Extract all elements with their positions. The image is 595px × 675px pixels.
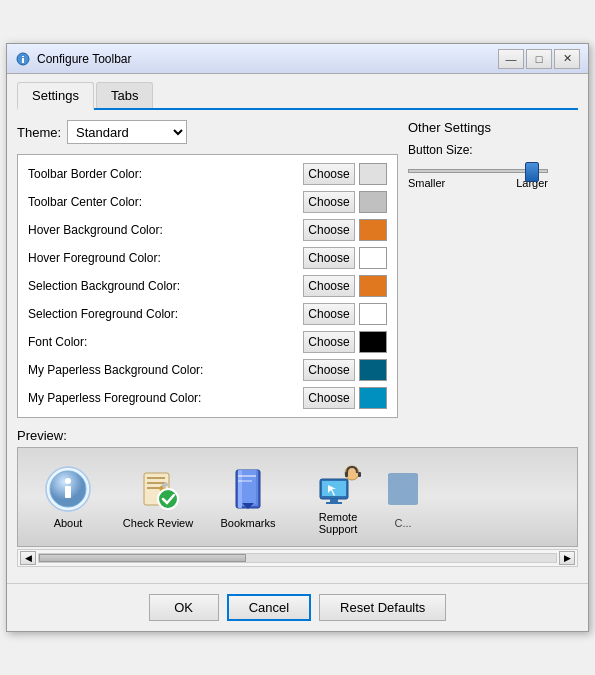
paperless-bg-choose-button[interactable]: Choose	[303, 359, 355, 381]
maximize-button[interactable]: □	[526, 49, 552, 69]
reset-defaults-button[interactable]: Reset Defaults	[319, 594, 446, 621]
remotesupport-label: Remote Support	[298, 511, 378, 535]
svg-rect-9	[147, 482, 165, 484]
window-icon	[15, 51, 31, 67]
remotesupport-icon	[314, 459, 362, 507]
preview-item-checkreview: Check Review	[118, 465, 198, 529]
hover-fg-choose-button[interactable]: Choose	[303, 247, 355, 269]
toolbar-center-choose-button[interactable]: Choose	[303, 191, 355, 213]
sel-fg-choose-button[interactable]: Choose	[303, 303, 355, 325]
toolbar-border-label: Toolbar Border Color:	[28, 167, 303, 181]
scroll-right-button[interactable]: ▶	[559, 551, 575, 565]
sel-bg-label: Selection Background Color:	[28, 279, 303, 293]
main-area: Theme: Standard Classic Modern Toolbar B…	[17, 120, 578, 418]
other-icon	[388, 465, 418, 513]
hover-fg-swatch[interactable]	[359, 247, 387, 269]
checkreview-label: Check Review	[123, 517, 193, 529]
preview-label: Preview:	[17, 428, 578, 443]
title-bar: Configure Toolbar — □ ✕	[7, 44, 588, 74]
svg-rect-2	[22, 58, 24, 63]
color-row-toolbar-center: Toolbar Center Color: Choose	[28, 191, 387, 213]
sel-bg-swatch[interactable]	[359, 275, 387, 297]
svg-rect-6	[65, 486, 71, 498]
svg-rect-20	[238, 480, 252, 482]
toolbar-center-label: Toolbar Center Color:	[28, 195, 303, 209]
slider-thumb[interactable]	[525, 162, 539, 182]
hover-fg-label: Hover Foreground Color:	[28, 251, 303, 265]
tab-tabs[interactable]: Tabs	[96, 82, 153, 108]
other-label: C...	[394, 517, 411, 529]
about-label: About	[54, 517, 83, 529]
checkreview-icon	[134, 465, 182, 513]
svg-rect-19	[238, 475, 256, 477]
sel-bg-choose-button[interactable]: Choose	[303, 275, 355, 297]
minimize-button[interactable]: —	[498, 49, 524, 69]
close-button[interactable]: ✕	[554, 49, 580, 69]
color-row-paperless-bg: My Paperless Background Color: Choose	[28, 359, 387, 381]
slider-track[interactable]	[408, 169, 548, 173]
title-bar-controls: — □ ✕	[498, 49, 580, 69]
preview-item-remotesupport: Remote Support	[298, 459, 378, 535]
toolbar-border-choose-button[interactable]: Choose	[303, 163, 355, 185]
font-color-swatch[interactable]	[359, 331, 387, 353]
preview-item-about: About	[28, 465, 108, 529]
tab-bar: Settings Tabs	[17, 82, 578, 110]
paperless-fg-swatch[interactable]	[359, 387, 387, 409]
svg-point-14	[158, 489, 178, 509]
scroll-thumb[interactable]	[39, 554, 246, 562]
color-row-paperless-fg: My Paperless Foreground Color: Choose	[28, 387, 387, 409]
ok-button[interactable]: OK	[149, 594, 219, 621]
svg-rect-28	[358, 472, 361, 477]
svg-rect-27	[345, 472, 348, 477]
preview-section: Preview:	[17, 428, 578, 567]
preview-item-bookmarks: Bookmarks	[208, 465, 288, 529]
color-row-hover-fg: Hover Foreground Color: Choose	[28, 247, 387, 269]
about-icon	[44, 465, 92, 513]
color-row-hover-bg: Hover Background Color: Choose	[28, 219, 387, 241]
color-settings-panel: Toolbar Border Color: Choose Toolbar Cen…	[17, 154, 398, 418]
dialog-content: Settings Tabs Theme: Standard Classic Mo…	[7, 74, 588, 575]
button-size-label: Button Size:	[408, 143, 578, 157]
hover-bg-label: Hover Background Color:	[28, 223, 303, 237]
preview-box: About	[17, 447, 578, 547]
cancel-button[interactable]: Cancel	[227, 594, 311, 621]
scroll-area: ◀ ▶	[17, 549, 578, 567]
svg-rect-10	[147, 487, 159, 489]
configure-toolbar-window: Configure Toolbar — □ ✕ Settings Tabs Th…	[6, 43, 589, 632]
bookmarks-label: Bookmarks	[220, 517, 275, 529]
tab-settings[interactable]: Settings	[17, 82, 94, 110]
svg-rect-1	[22, 56, 24, 57]
paperless-fg-label: My Paperless Foreground Color:	[28, 391, 303, 405]
hover-bg-choose-button[interactable]: Choose	[303, 219, 355, 241]
color-row-sel-bg: Selection Background Color: Choose	[28, 275, 387, 297]
font-color-label: Font Color:	[28, 335, 303, 349]
color-row-font: Font Color: Choose	[28, 331, 387, 353]
scroll-track[interactable]	[38, 553, 557, 563]
scroll-left-button[interactable]: ◀	[20, 551, 36, 565]
right-panel: Other Settings Button Size: Smaller Larg…	[408, 120, 578, 418]
font-color-choose-button[interactable]: Choose	[303, 331, 355, 353]
hover-bg-swatch[interactable]	[359, 219, 387, 241]
theme-row: Theme: Standard Classic Modern	[17, 120, 398, 144]
color-row-sel-fg: Selection Foreground Color: Choose	[28, 303, 387, 325]
svg-rect-30	[388, 473, 418, 505]
toolbar-border-swatch[interactable]	[359, 163, 387, 185]
svg-rect-25	[326, 502, 342, 504]
svg-point-5	[65, 478, 71, 484]
paperless-bg-swatch[interactable]	[359, 359, 387, 381]
bookmarks-icon	[224, 465, 272, 513]
other-settings-label: Other Settings	[408, 120, 578, 135]
toolbar-center-swatch[interactable]	[359, 191, 387, 213]
sel-fg-swatch[interactable]	[359, 303, 387, 325]
footer: OK Cancel Reset Defaults	[7, 583, 588, 631]
svg-rect-8	[147, 477, 165, 479]
theme-select[interactable]: Standard Classic Modern	[67, 120, 187, 144]
color-row-toolbar-border: Toolbar Border Color: Choose	[28, 163, 387, 185]
slider-container: Smaller Larger	[408, 169, 578, 189]
paperless-fg-choose-button[interactable]: Choose	[303, 387, 355, 409]
paperless-bg-label: My Paperless Background Color:	[28, 363, 303, 377]
preview-item-other: C...	[388, 465, 418, 529]
theme-label: Theme:	[17, 125, 61, 140]
window-title: Configure Toolbar	[37, 52, 498, 66]
left-panel: Theme: Standard Classic Modern Toolbar B…	[17, 120, 398, 418]
